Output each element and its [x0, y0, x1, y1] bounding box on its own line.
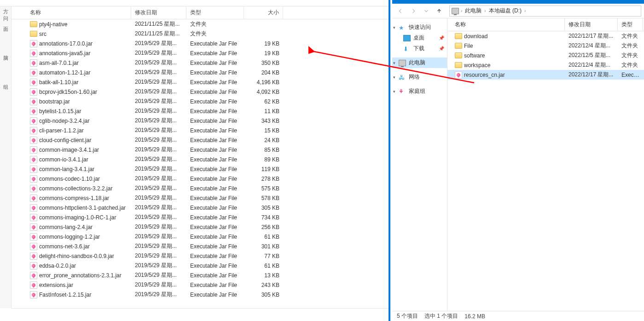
file-row[interactable]: bootstrap.jar2019/5/29 星期...Executable J…: [12, 97, 389, 106]
file-type: Executable Jar File: [186, 118, 244, 124]
breadcrumb[interactable]: › 此电脑 › 本地磁盘 (D:) ›: [449, 6, 641, 17]
column-header-type[interactable]: 类型: [618, 18, 643, 31]
file-row[interactable]: common-io-3.4.1.jar2019/5/29 星期...Execut…: [12, 155, 389, 164]
file-size: 13 KB: [244, 272, 283, 279]
file-row[interactable]: annotations-java5.jar2019/5/29 星期...Exec…: [12, 48, 389, 58]
chevron-right-icon[interactable]: ›: [524, 8, 526, 13]
file-row[interactable]: cli-parser-1.1.2.jar2019/5/29 星期...Execu…: [12, 126, 389, 135]
folder-row[interactable]: src2021/11/25 星期...文件夹: [12, 29, 389, 39]
file-row[interactable]: common-image-3.4.1.jar2019/5/29 星期...Exe…: [12, 145, 389, 155]
file-size: 19 KB: [244, 40, 283, 47]
quick-label[interactable]: 方问: [0, 6, 11, 24]
column-header-name[interactable]: 名称: [12, 6, 131, 19]
column-header-date[interactable]: 修改日期: [131, 6, 186, 19]
file-type: Executable Jar File: [186, 253, 244, 259]
nav-this-pc[interactable]: 此电脑: [392, 57, 447, 68]
file-row[interactable]: commons-lang-2.4.jar2019/5/29 星期...Execu…: [12, 222, 389, 232]
file-row[interactable]: FastInfoset-1.2.15.jar2019/5/29 星期...Exe…: [12, 290, 389, 299]
file-row[interactable]: error_prone_annotations-2.3.1.jar2019/5/…: [12, 270, 389, 280]
file-size: 15 KB: [244, 127, 283, 134]
file-row[interactable]: cglib-nodep-3.2.4.jar2019/5/29 星期...Exec…: [12, 116, 389, 126]
folder-row[interactable]: software2022/12/5 星期...文件夹: [447, 51, 644, 60]
jar-icon: [30, 156, 37, 163]
file-name: FastInfoset-1.2.15.jar: [39, 292, 91, 298]
file-row[interactable]: commons-collections-3.2.2.jar2019/5/29 星…: [12, 183, 389, 193]
folder-row[interactable]: pty4j-native2021/11/25 星期...文件夹: [12, 19, 389, 29]
nav-label: 下载: [413, 45, 424, 52]
file-row[interactable]: common-lang-3.4.1.jar2019/5/29 星期...Exec…: [12, 164, 389, 174]
file-date: 2019/5/29 星期...: [131, 242, 186, 250]
file-row[interactable]: cloud-config-client.jar2019/5/29 星期...Ex…: [12, 135, 389, 145]
file-type: Executable Jar File: [186, 263, 244, 269]
nav-downloads[interactable]: ⬇下载📌: [392, 43, 447, 54]
right-toolbar: › 此电脑 › 本地磁盘 (D:) ›: [392, 4, 644, 18]
file-row[interactable]: asm-all-7.0.1.jar2019/5/29 星期...Executab…: [12, 58, 389, 68]
crumb-pc[interactable]: 此电脑: [463, 7, 483, 15]
quick-label[interactable]: 面: [0, 24, 11, 34]
file-date: 2019/5/29 星期...: [131, 97, 186, 105]
column-header-date[interactable]: 修改日期: [565, 18, 618, 31]
file-row[interactable]: commons-net-3.6.jar2019/5/29 星期...Execut…: [12, 241, 389, 251]
quick-label[interactable]: 脑: [0, 53, 11, 63]
forward-button[interactable]: [408, 6, 419, 17]
back-button[interactable]: [395, 6, 406, 17]
jar-icon: [30, 127, 37, 134]
file-type: Executable Jar File: [186, 166, 244, 172]
file-name: commons-logging-1.2.jar: [39, 234, 100, 240]
file-size: 77 KB: [244, 253, 283, 259]
nav-desktop[interactable]: 桌面📌: [392, 33, 447, 43]
jar-icon: [30, 117, 37, 125]
file-row[interactable]: commons-httpclient-3.1-patched.jar2019/5…: [12, 203, 389, 212]
file-row[interactable]: eddsa-0.2.0.jar2019/5/29 星期...Executable…: [12, 261, 389, 270]
file-row[interactable]: commons-imaging-1.0-RC-1.jar2019/5/29 星期…: [12, 212, 389, 222]
right-file-list[interactable]: download2022/12/17 星期...文件夹File2022/12/4…: [447, 31, 644, 80]
chevron-right-icon[interactable]: ›: [484, 8, 486, 13]
column-header-size[interactable]: 大小: [244, 6, 283, 19]
file-row[interactable]: commons-codec-1.10.jar2019/5/29 星期...Exe…: [12, 174, 389, 183]
file-row[interactable]: automaton-1.12-1.jar2019/5/29 星期...Execu…: [12, 68, 389, 77]
jar-icon: [30, 195, 37, 202]
file-date: 2019/5/29 星期...: [131, 49, 186, 57]
file-date: 2019/5/29 星期...: [131, 291, 186, 298]
column-header-name[interactable]: 名称: [447, 18, 565, 31]
chevron-right-icon[interactable]: ›: [461, 8, 462, 13]
crumb-drive-d[interactable]: 本地磁盘 (D:): [487, 7, 523, 15]
jar-icon: [30, 243, 37, 250]
nav-network[interactable]: 🖧网络: [392, 72, 447, 82]
file-name: cli-parser-1.1.2.jar: [39, 127, 84, 134]
file-row[interactable]: batik-all-1.10.jar2019/5/29 星期...Executa…: [12, 77, 389, 87]
jar-icon: [30, 79, 37, 86]
file-row[interactable]: resources_cn.jar2022/12/17 星期...Executa: [447, 70, 644, 80]
jar-icon: [30, 204, 37, 212]
file-name: cloud-config-client.jar: [39, 137, 91, 143]
recent-dropdown-icon[interactable]: [421, 6, 432, 17]
file-row[interactable]: annotations-17.0.0.jar2019/5/29 星期...Exe…: [12, 39, 389, 48]
up-button[interactable]: [434, 6, 445, 17]
file-row[interactable]: delight-rhino-sandbox-0.0.9.jar2019/5/29…: [12, 251, 389, 261]
jar-icon: [30, 272, 37, 279]
file-row[interactable]: commons-compress-1.18.jar2019/5/29 星期...…: [12, 193, 389, 203]
jar-icon: [30, 40, 37, 47]
file-type: Executable Jar File: [186, 156, 244, 163]
file-size: 243 KB: [244, 282, 283, 288]
file-row[interactable]: extensions.jar2019/5/29 星期...Executable …: [12, 280, 389, 290]
file-row[interactable]: bytelist-1.0.15.jar2019/5/29 星期...Execut…: [12, 106, 389, 116]
file-row[interactable]: commons-logging-1.2.jar2019/5/29 星期...Ex…: [12, 232, 389, 241]
file-row[interactable]: bcprov-jdk15on-1.60.jar2019/5/29 星期...Ex…: [12, 87, 389, 97]
column-header-type[interactable]: 类型: [186, 6, 244, 19]
file-type: Executable Jar File: [186, 272, 244, 279]
folder-row[interactable]: download2022/12/17 星期...文件夹: [447, 31, 644, 41]
nav-label: 快速访问: [409, 23, 431, 31]
nav-homegroup[interactable]: ⚘家庭组: [392, 86, 447, 97]
status-size: 16.2 MB: [464, 313, 485, 320]
file-name: error_prone_annotations-2.3.1.jar: [39, 272, 122, 279]
nav-quick-access[interactable]: ★快速访问: [392, 22, 447, 33]
file-type: 文件夹: [618, 52, 643, 59]
file-name: commons-httpclient-3.1-patched.jar: [39, 205, 126, 211]
quick-label[interactable]: 组: [0, 82, 11, 92]
folder-row[interactable]: File2022/12/4 星期...文件夹: [447, 41, 644, 51]
left-file-list[interactable]: pty4j-native2021/11/25 星期...文件夹src2021/1…: [12, 19, 389, 308]
file-date: 2019/5/29 星期...: [131, 165, 186, 173]
file-date: 2019/5/29 星期...: [131, 107, 186, 115]
folder-row[interactable]: workspace2022/12/4 星期...文件夹: [447, 60, 644, 70]
